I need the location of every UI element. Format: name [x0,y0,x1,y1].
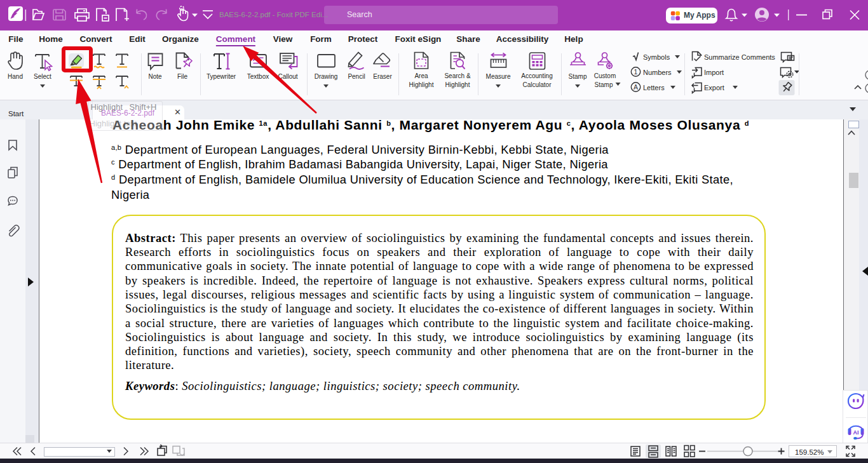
svg-text:1: 1 [634,68,638,76]
svg-text:A: A [634,83,638,91]
svg-text:AI: AI [853,429,859,436]
